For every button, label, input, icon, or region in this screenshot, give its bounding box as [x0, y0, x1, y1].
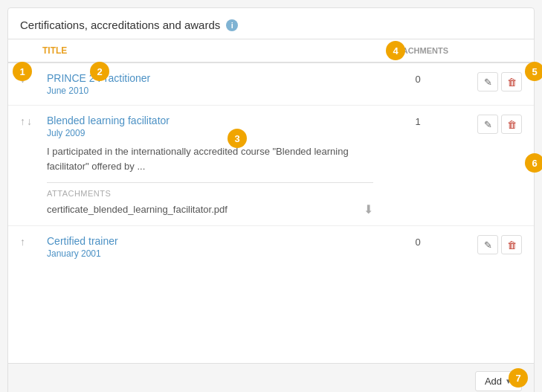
attachment-filename: certificate_blended_learning_facilitator…: [47, 204, 228, 215]
badge-3: 3: [228, 129, 247, 148]
badge-6: 6: [525, 153, 542, 173]
row-date: June 2010: [47, 86, 373, 96]
row-description: I participated in the internationally ac…: [47, 144, 373, 173]
row-content: Certified trainerJanuary 2001: [47, 235, 373, 259]
attachments-label: ATTACHMENTS: [47, 189, 373, 198]
row-actions: ✎🗑: [462, 235, 522, 254]
row-actions: ✎🗑: [462, 72, 522, 91]
rows-container: ↓PRINCE 2 PractitionerJune 20100✎🗑↑↓Blen…: [8, 63, 534, 268]
section-header: Certifications, accreditations and award…: [8, 8, 534, 39]
badge-5: 5: [525, 62, 542, 81]
add-label: Add: [485, 376, 502, 387]
row-content: Blended learning facilitatorJuly 2009I p…: [47, 115, 373, 216]
edit-button[interactable]: ✎: [477, 235, 498, 254]
delete-button[interactable]: 🗑: [501, 72, 522, 91]
row-date: July 2009: [47, 128, 373, 138]
section-title: Certifications, accreditations and award…: [20, 19, 220, 31]
row-actions: ✎🗑: [462, 115, 522, 134]
table-header: TITLE ATTACHMENTS: [8, 39, 534, 63]
row-title[interactable]: Certified trainer: [47, 235, 373, 247]
badge-4: 4: [386, 41, 405, 60]
row-title[interactable]: Blended learning facilitator: [47, 115, 373, 126]
badge-2: 2: [90, 62, 109, 81]
sort-up-arrow[interactable]: ↑: [20, 116, 25, 126]
table-row: ↑↓Blended learning facilitatorJuly 2009I…: [8, 106, 534, 226]
table-row: ↑Certified trainerJanuary 20010✎🗑: [8, 226, 534, 268]
badge-7: 7: [509, 368, 528, 388]
delete-button[interactable]: 🗑: [501, 115, 522, 134]
info-icon[interactable]: i: [226, 19, 238, 31]
download-icon[interactable]: ⬇: [364, 202, 373, 216]
badge-1: 1: [13, 62, 32, 81]
attachments-count: 1: [373, 115, 462, 127]
delete-button[interactable]: 🗑: [501, 235, 522, 254]
sort-arrows: ↑↓: [20, 115, 47, 126]
attachments-section: ATTACHMENTScertificate_blended_learning_…: [47, 182, 373, 216]
table-row: ↓PRINCE 2 PractitionerJune 20100✎🗑: [8, 63, 534, 106]
sort-down-arrow[interactable]: ↓: [27, 116, 32, 126]
title-column-header: TITLE: [42, 45, 373, 56]
attachment-file: certificate_blended_learning_facilitator…: [47, 202, 373, 216]
sort-arrows: ↑: [20, 235, 47, 247]
sort-up-arrow[interactable]: ↑: [20, 237, 25, 247]
certifications-panel: Certifications, accreditations and award…: [7, 7, 535, 392]
attachments-count: 0: [373, 72, 462, 85]
edit-button[interactable]: ✎: [477, 72, 498, 91]
edit-button[interactable]: ✎: [477, 115, 498, 134]
row-date: January 2001: [47, 248, 373, 259]
footer: Add ▼: [8, 363, 534, 392]
attachments-count: 0: [373, 235, 462, 248]
